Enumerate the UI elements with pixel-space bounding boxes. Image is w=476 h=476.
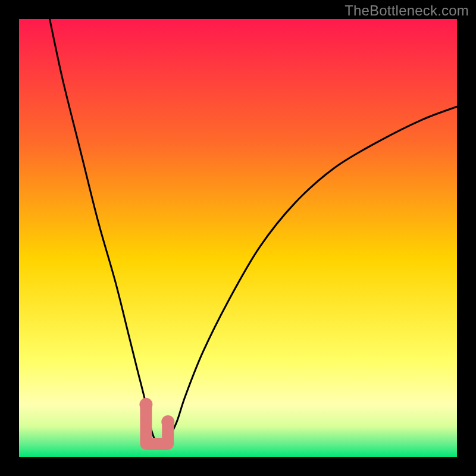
svg-point-1 (161, 415, 174, 428)
svg-point-0 (139, 398, 152, 411)
bottleneck-plot (19, 19, 457, 457)
chart-frame: TheBottleneck.com (0, 0, 476, 476)
plot-background (19, 19, 457, 457)
attribution-label: TheBottleneck.com (345, 2, 469, 19)
